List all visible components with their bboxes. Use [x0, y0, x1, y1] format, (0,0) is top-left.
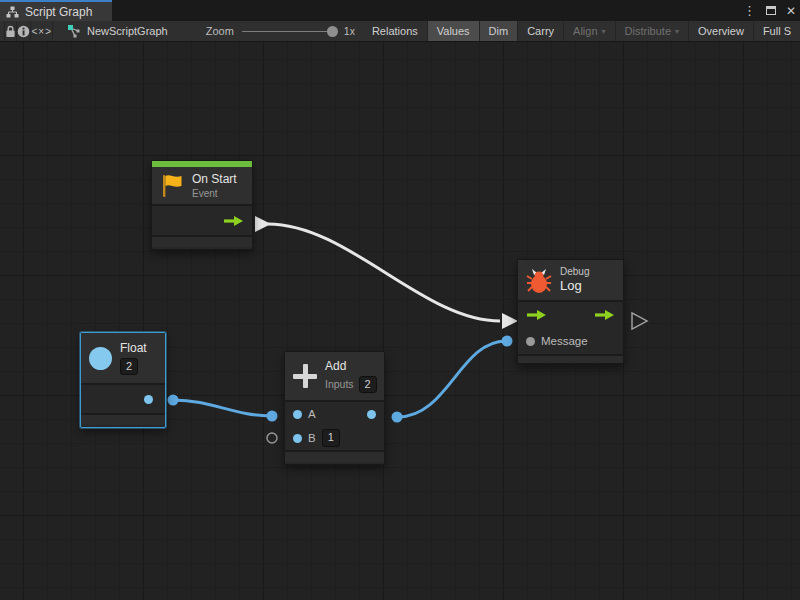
flow-input-port[interactable] — [526, 309, 547, 321]
lock-icon — [5, 25, 16, 38]
bug-icon — [526, 266, 552, 294]
zoom-slider[interactable] — [242, 21, 338, 42]
distribute-dropdown[interactable]: Distribute ▾ — [616, 21, 689, 41]
node-add[interactable]: Add Inputs 2 A B 1 — [284, 351, 385, 465]
dim-button[interactable]: Dim — [480, 21, 519, 41]
node-title: Add — [325, 359, 377, 374]
fullscreen-button[interactable]: Full S — [754, 21, 800, 41]
tab-bar: Script Graph ⋮ ✕ — [0, 0, 800, 21]
graph-hierarchy-icon — [6, 6, 19, 18]
node-on-start[interactable]: On Start Event — [151, 160, 253, 250]
flag-icon — [160, 173, 184, 199]
b-value-field[interactable]: 1 — [322, 429, 340, 446]
zoom-value: 1x — [344, 25, 355, 37]
value-connection-add-message[interactable] — [398, 341, 506, 417]
value-output-port[interactable] — [144, 395, 153, 404]
flow-output-port[interactable] — [594, 309, 615, 321]
node-subtitle: Inputs — [325, 378, 354, 392]
node-footer — [518, 354, 623, 363]
code-icon: <×> — [31, 26, 52, 37]
float-value-field[interactable]: 2 — [120, 358, 138, 375]
node-debug-log[interactable]: Debug Log Message — [517, 259, 624, 364]
value-wire-endpoint[interactable] — [502, 336, 513, 347]
maximize-icon[interactable] — [766, 6, 776, 15]
node-footer — [152, 235, 252, 247]
node-float[interactable]: Float 2 — [80, 332, 166, 428]
node-title: Float — [120, 341, 147, 356]
unconnected-flow-port-marker[interactable] — [632, 313, 647, 329]
window-menu-icon[interactable]: ⋮ — [743, 4, 756, 17]
info-icon — [17, 25, 30, 38]
node-title: Log — [560, 278, 589, 295]
tab-script-graph[interactable]: Script Graph — [0, 0, 112, 21]
node-title: On Start — [192, 172, 237, 187]
node-footer — [285, 450, 384, 462]
inspect-button[interactable] — [17, 21, 31, 41]
graph-name-group[interactable]: NewScriptGraph — [53, 21, 178, 41]
input-port-b[interactable] — [293, 434, 302, 443]
node-footer — [81, 413, 165, 425]
value-wire-endpoint[interactable] — [168, 395, 179, 406]
chevron-down-icon: ▾ — [675, 27, 679, 36]
code-preview-button[interactable]: <×> — [31, 21, 53, 41]
add-icon — [293, 364, 317, 388]
flow-output-port[interactable] — [223, 215, 244, 227]
graph-asset-icon — [67, 24, 81, 38]
inputs-count-field[interactable]: 2 — [359, 376, 377, 393]
chevron-down-icon: ▾ — [602, 27, 606, 36]
port-label-a: A — [308, 408, 316, 420]
node-subtitle: Event — [192, 187, 237, 200]
flow-input-arrow[interactable] — [502, 313, 518, 329]
script-graph-window: Script Graph ⋮ ✕ <×> — [0, 0, 800, 600]
value-connection-float-a[interactable] — [173, 400, 271, 416]
port-label-b: B — [308, 432, 316, 444]
graph-name: NewScriptGraph — [87, 25, 168, 37]
close-icon[interactable]: ✕ — [786, 5, 796, 17]
carry-button[interactable]: Carry — [518, 21, 564, 41]
lock-button[interactable] — [5, 21, 17, 41]
flow-output-arrow[interactable] — [255, 216, 271, 232]
port-label: Message — [541, 335, 588, 347]
overview-button[interactable]: Overview — [689, 21, 754, 41]
flow-connection-onstart-log[interactable] — [268, 224, 500, 321]
value-wire-endpoint[interactable] — [392, 412, 403, 423]
align-dropdown[interactable]: Align ▾ — [564, 21, 615, 41]
tab-label: Script Graph — [25, 5, 92, 19]
connections-layer — [0, 42, 800, 600]
node-category: Debug — [560, 265, 589, 278]
float-type-icon — [89, 347, 112, 370]
relations-button[interactable]: Relations — [363, 21, 428, 41]
zoom-label: Zoom — [206, 25, 234, 37]
input-port-a[interactable] — [293, 410, 302, 419]
zoom-slider-track — [242, 31, 330, 33]
zoom-slider-handle[interactable] — [327, 26, 338, 37]
values-button[interactable]: Values — [428, 21, 480, 41]
zoom-control: Zoom 1x — [206, 21, 363, 41]
value-wire-endpoint[interactable] — [267, 411, 278, 422]
message-input-port[interactable] — [526, 337, 535, 346]
graph-canvas[interactable]: On Start Event — [0, 42, 800, 600]
unconnected-value-port-marker[interactable] — [267, 433, 277, 443]
value-output-port[interactable] — [367, 410, 376, 419]
graph-toolbar: <×> NewScriptGraph Zoom 1x Relations Val… — [0, 21, 800, 42]
